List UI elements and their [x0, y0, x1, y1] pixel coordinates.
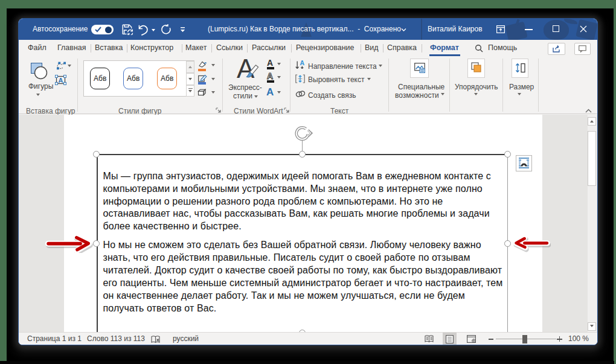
svg-text:А: А [300, 60, 305, 66]
svg-text:A: A [59, 77, 63, 84]
